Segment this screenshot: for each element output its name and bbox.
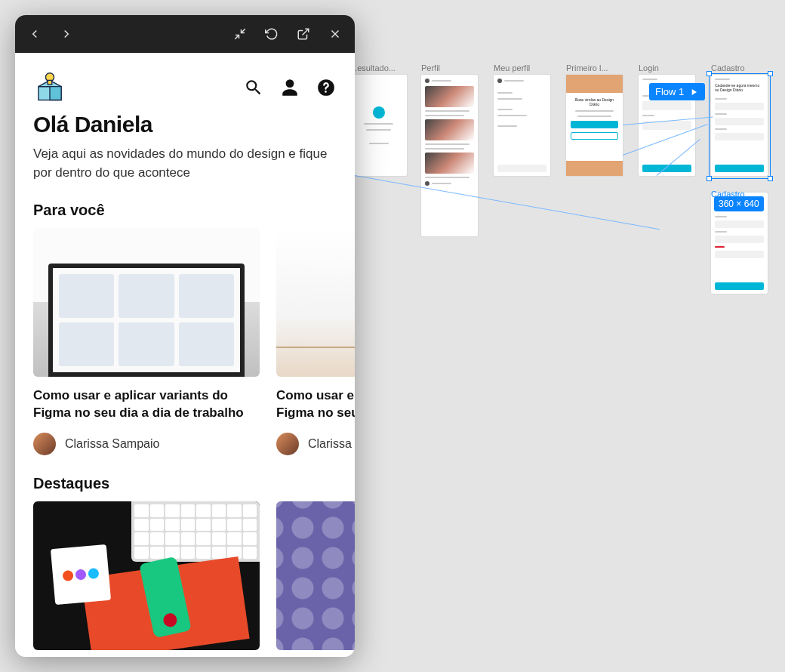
section-highlights: Destaques [15, 455, 355, 501]
fit-to-screen-button[interactable] [231, 25, 249, 43]
greeting-title: Olá Daniela [33, 112, 337, 137]
flow-label: Flow 1 [655, 86, 684, 97]
frame-title: Login [639, 63, 695, 72]
primeiro-title: Boas vindas ao Design Diário [571, 97, 618, 106]
close-button[interactable] [326, 25, 344, 43]
article-card[interactable] [276, 501, 355, 650]
card-title: Como usar e aplicar variants do Figma no… [276, 387, 355, 422]
frame-meu-perfil[interactable]: Meu perfil [494, 63, 550, 176]
prototype-panel: Olá Daniela Veja aqui as novidades do mu… [15, 15, 355, 657]
primeiro-btn2 [571, 132, 618, 140]
prototype-toolbar [15, 15, 355, 53]
frame-title: ...esultado... [350, 63, 407, 72]
primeiro-btn1 [571, 121, 618, 128]
avatar [276, 433, 299, 455]
selection-outline [709, 73, 771, 179]
cards-row-for-you[interactable]: Como usar e aplicar variants do Figma no… [15, 228, 355, 455]
article-card[interactable] [33, 501, 260, 650]
card-image [33, 501, 260, 650]
svg-line-1 [235, 35, 239, 39]
chevron-right-icon [60, 27, 73, 41]
user-icon [280, 78, 300, 97]
open-external-button[interactable] [294, 25, 312, 43]
svg-rect-9 [48, 80, 52, 85]
nav-forward-button[interactable] [57, 25, 75, 43]
greeting-subtitle: Veja aqui as novidades do mundo do desig… [33, 145, 337, 182]
frame-perfil[interactable]: Perfil [421, 63, 478, 236]
frame-title: Meu perfil [494, 63, 550, 72]
frame-title: Primeiro l... [566, 63, 623, 72]
size-badge: 360 × 640 [714, 196, 764, 211]
svg-line-0 [242, 29, 245, 32]
play-icon [688, 87, 699, 97]
help-button[interactable] [316, 77, 337, 98]
avatar [33, 433, 56, 455]
svg-marker-7 [50, 87, 61, 100]
author-name: Clarissa Sampaio [308, 437, 355, 451]
external-link-icon [297, 27, 310, 41]
app-screen: Olá Daniela Veja aqui as novidades do mu… [15, 53, 355, 657]
flow-connector [355, 175, 660, 230]
card-author: Clarissa Sampaio [33, 433, 260, 455]
card-title: Como usar e aplicar variants do Figma no… [33, 387, 260, 422]
card-image [33, 228, 260, 377]
restart-icon [265, 27, 279, 41]
search-icon [244, 78, 263, 97]
frame-primeiro[interactable]: Primeiro l... Boas vindas ao Design Diár… [566, 63, 623, 176]
minimize-icon [233, 27, 247, 41]
app-header [15, 53, 355, 112]
help-icon [316, 78, 336, 97]
frame-resultado[interactable]: ...esultado... [350, 63, 407, 176]
app-logo-icon [33, 71, 66, 104]
close-icon [328, 27, 342, 41]
search-button[interactable] [243, 77, 264, 98]
restart-button[interactable] [263, 25, 281, 43]
nav-back-button[interactable] [26, 25, 44, 43]
article-card[interactable]: Como usar e aplicar variants do Figma no… [33, 228, 260, 455]
greeting-block: Olá Daniela Veja aqui as novidades do mu… [15, 112, 355, 182]
card-image [276, 501, 355, 650]
frame-title: Perfil [421, 63, 478, 72]
profile-button[interactable] [279, 77, 300, 98]
frame-title: Cadastro [711, 63, 768, 72]
chevron-left-icon [28, 27, 42, 41]
flow-badge[interactable]: Flow 1 [649, 83, 705, 100]
section-for-you: Para você [15, 182, 355, 228]
svg-point-11 [325, 91, 327, 93]
svg-line-2 [303, 29, 309, 35]
card-image [276, 228, 355, 377]
article-card[interactable]: Como usar e aplicar variants do Figma no… [276, 228, 355, 455]
cards-row-highlights[interactable] [15, 501, 355, 650]
card-author: Clarissa Sampaio [276, 433, 355, 455]
author-name: Clarissa Sampaio [65, 437, 159, 451]
